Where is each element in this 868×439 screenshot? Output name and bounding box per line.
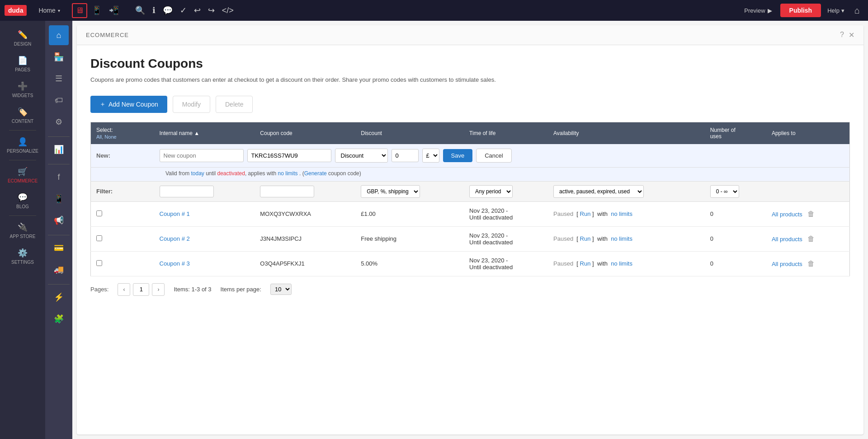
availability-header[interactable]: Availability [548, 122, 705, 144]
cancel-coupon-button[interactable]: Cancel [476, 149, 511, 163]
sidebar-item-ecommerce[interactable]: 🛒 ECOMMERCE [0, 162, 45, 188]
sidebar-item-appstore[interactable]: 🔌 APP STORE [0, 218, 45, 243]
modify-button[interactable]: Modify [173, 96, 210, 113]
blog-icon: 💬 [18, 192, 28, 202]
home-icon[interactable]: ⌂ [851, 4, 863, 18]
sec-filter-icon[interactable]: ⚡ [49, 287, 69, 307]
page-nav: ‹ › [118, 283, 165, 296]
sec-phone-icon[interactable]: 📱 [49, 189, 69, 209]
coupon1-run-link[interactable]: Run [580, 210, 591, 217]
sidebar-item-personalize[interactable]: 👤 PERSONALIZE [0, 132, 45, 158]
coupon2-run-link[interactable]: Run [580, 235, 591, 242]
coupon1-link[interactable]: Coupon # 1 [160, 210, 190, 217]
sidebar-item-blog[interactable]: 💬 BLOG [0, 188, 45, 214]
comment-icon[interactable]: 💬 [161, 4, 175, 17]
time-of-life-header[interactable]: Time of life [464, 122, 548, 144]
discount-type-select[interactable]: Discount Free shipping Percentage [335, 149, 388, 163]
filter-uses-select[interactable]: 0 - ∞ [710, 185, 739, 198]
desktop-icon[interactable]: 🖥 [72, 3, 87, 18]
select-none-link[interactable]: None [104, 134, 116, 140]
next-page-button[interactable]: › [152, 283, 165, 296]
applies-to-header[interactable]: Applies to [766, 122, 850, 144]
sec-divider-4 [48, 284, 70, 285]
duda-logo[interactable]: duda [5, 5, 27, 16]
add-new-coupon-button[interactable]: ＋ Add New Coupon [90, 96, 167, 113]
home-nav-dropdown[interactable]: Home ▾ [34, 5, 64, 16]
help-button[interactable]: Help ▾ [824, 5, 848, 17]
coupon2-link[interactable]: Coupon # 2 [160, 235, 190, 242]
deactivated-link[interactable]: deactivated [217, 170, 245, 177]
panel-question-icon[interactable]: ? [840, 31, 844, 39]
select-all-link[interactable]: All [96, 134, 102, 140]
coupon1-delete-icon[interactable]: 🗑 [807, 210, 815, 218]
sidebar-item-pages[interactable]: 📄 PAGES [0, 51, 45, 77]
tablet-icon[interactable]: 📱 [89, 4, 104, 17]
per-page-select[interactable]: 10 25 50 [270, 284, 292, 295]
coupon2-delete-icon[interactable]: 🗑 [807, 235, 815, 243]
coupon3-run-link[interactable]: Run [580, 260, 591, 267]
today-link[interactable]: today [191, 170, 204, 177]
sec-tag-icon[interactable]: 🏷 [49, 90, 69, 110]
sec-list-icon[interactable]: ☰ [49, 69, 69, 89]
discount-header[interactable]: Discount [355, 122, 464, 144]
coupon3-link[interactable]: Coupon # 3 [160, 260, 190, 267]
check-icon[interactable]: ✓ [178, 4, 189, 17]
current-page-input[interactable] [133, 283, 149, 296]
redo-icon[interactable]: ↪ [206, 4, 217, 17]
publish-button[interactable]: Publish [780, 4, 821, 17]
panel-close-icon[interactable]: ✕ [849, 31, 854, 39]
internal-name-header[interactable]: Internal name ▲ [154, 122, 255, 144]
sec-store-icon[interactable]: 🏪 [49, 47, 69, 67]
sec-settings-icon[interactable]: ⚙ [49, 112, 69, 132]
filter-code-cell [255, 181, 355, 201]
sidebar-item-widgets[interactable]: ➕ WIDGETS [0, 77, 45, 103]
no-limits-link-new[interactable]: no limits [278, 170, 298, 177]
coupon1-checkbox[interactable] [96, 210, 102, 216]
sec-puzzle-icon[interactable]: 🧩 [49, 309, 69, 329]
info-icon[interactable]: ℹ [151, 4, 157, 17]
sec-home-icon[interactable]: ⌂ [49, 25, 69, 45]
coupon3-discount-cell: 5.00% [355, 251, 464, 276]
coupon3-limits-link[interactable]: no limits [611, 260, 632, 267]
ecommerce-icon: 🛒 [18, 167, 28, 177]
sec-truck-icon[interactable]: 🚚 [49, 260, 69, 280]
coupon1-applies-link[interactable]: All products [772, 211, 802, 218]
design-icon: ✏️ [18, 30, 28, 40]
items-count: Items: 1-3 of 3 [174, 286, 211, 293]
filter-status-select[interactable]: active, paused, expired, used [553, 185, 644, 198]
coupon2-limits-link[interactable]: no limits [611, 235, 632, 242]
code-icon[interactable]: </> [220, 4, 236, 17]
prev-page-button[interactable]: ‹ [118, 283, 130, 296]
new-coupon-name-input[interactable] [160, 149, 244, 162]
coupon2-applies-link[interactable]: All products [772, 236, 802, 243]
currency-select[interactable]: £ $ € [422, 149, 439, 163]
filter-name-input[interactable] [160, 186, 214, 197]
coupon1-limits-link[interactable]: no limits [611, 210, 632, 217]
sidebar-item-content[interactable]: 🏷️ CONTENT [0, 103, 45, 128]
preview-button[interactable]: Preview ▶ [739, 5, 777, 17]
search-icon[interactable]: 🔍 [133, 4, 147, 17]
discount-amount-input[interactable] [392, 149, 419, 162]
filter-discount-select[interactable]: GBP, %, shipping [361, 185, 420, 198]
filter-code-input[interactable] [260, 186, 314, 197]
coupon2-checkbox[interactable] [96, 235, 102, 241]
sec-chart-icon[interactable]: 📊 [49, 140, 69, 159]
new-coupon-code-input[interactable] [247, 149, 331, 162]
undo-icon[interactable]: ↩ [192, 4, 203, 17]
sec-fb-icon[interactable]: f [49, 167, 69, 187]
mobile-icon[interactable]: 📲 [106, 4, 122, 17]
generate-link[interactable]: Generate [304, 170, 327, 177]
coupon-code-header[interactable]: Coupon code [255, 122, 355, 144]
coupon3-checkbox[interactable] [96, 260, 102, 266]
delete-button[interactable]: Delete [216, 96, 253, 113]
coupon3-code-cell: O3Q4AP5FKXJ1 [255, 251, 355, 276]
sidebar-item-design[interactable]: ✏️ DESIGN [0, 25, 45, 51]
coupon1-time-cell: Nov 23, 2020 - Until deactivated [464, 201, 548, 226]
coupon3-applies-link[interactable]: All products [772, 261, 802, 267]
sec-wallet-icon[interactable]: 💳 [49, 238, 69, 258]
save-coupon-button[interactable]: Save [443, 149, 473, 162]
filter-period-select[interactable]: Any period [469, 185, 513, 198]
sidebar-item-settings[interactable]: ⚙️ SETTINGS [0, 243, 45, 269]
sec-megaphone-icon[interactable]: 📢 [49, 210, 69, 230]
coupon3-delete-icon[interactable]: 🗑 [807, 260, 815, 267]
